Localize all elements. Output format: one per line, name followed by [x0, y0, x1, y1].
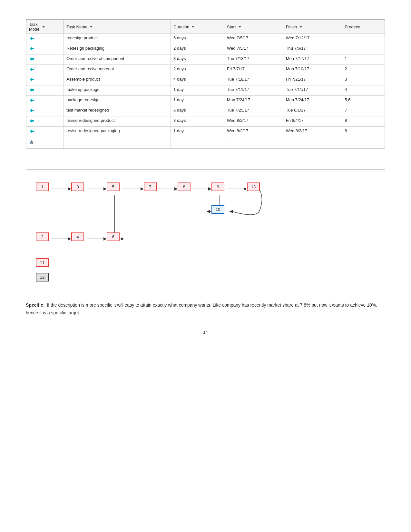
task-table: TaskMode Task Name Duration — [26, 20, 385, 149]
specific-bold-label: Specific — [26, 302, 43, 308]
duration-cell: 6 days — [171, 106, 224, 116]
empty-cell — [283, 137, 342, 149]
finish-cell: Mon 7/10/17 — [283, 65, 342, 75]
task-table-container: TaskMode Task Name Duration — [26, 19, 385, 149]
predece-cell: 7 — [342, 106, 385, 116]
start-cell: Wed 7/5/17 — [224, 44, 283, 54]
start-sort-icon — [239, 26, 241, 28]
text-section: Specific : If the description is more sp… — [26, 301, 385, 317]
predece-cell: 8 — [342, 116, 385, 127]
task-mode-cell — [26, 34, 64, 44]
node-12: 12 — [36, 273, 49, 281]
col-header-duration[interactable]: Duration — [171, 20, 224, 34]
add-task-icon-cell — [26, 137, 64, 149]
task-mode-icon — [29, 128, 35, 135]
col-header-finish[interactable]: Finish — [283, 20, 342, 34]
table-row: revise redesigned packaging1 dayWed 8/2/… — [26, 127, 385, 137]
node-8: 8 — [178, 182, 191, 191]
task-name-cell: Assemble product — [64, 75, 171, 85]
task-mode-cell — [26, 116, 64, 127]
duration-cell: 2 days — [171, 44, 224, 54]
start-cell: Wed 7/5/17 — [224, 34, 283, 44]
svg-marker-10 — [208, 187, 211, 191]
task-mode-icon — [29, 77, 35, 83]
svg-marker-8 — [174, 187, 178, 191]
table-row: make up package1 dayTue 7/11/17Tue 7/11/… — [26, 85, 385, 96]
col-header-predece: Predece — [342, 20, 385, 34]
finish-cell: Mon 7/17/17 — [283, 54, 342, 65]
duration-cell: 3 days — [171, 54, 224, 65]
task-mode-cell — [26, 44, 64, 54]
duration-cell: 6 days — [171, 34, 224, 44]
start-cell: Thu 7/13/17 — [224, 54, 283, 65]
finish-cell: Mon 7/24/17 — [283, 96, 342, 106]
start-cell: Wed 8/2/17 — [224, 116, 283, 127]
predece-cell — [342, 34, 385, 44]
table-row: Order and recive material2 daysFri 7/7/1… — [26, 65, 385, 75]
finish-cell: Wed 7/12/17 — [283, 34, 342, 44]
table-row: Order and recive of component3 daysThu 7… — [26, 54, 385, 65]
duration-cell: 3 days — [171, 116, 224, 127]
node-9: 9 — [211, 182, 224, 191]
node-2: 2 — [36, 232, 49, 241]
network-diagram: 1 3 5 7 8 9 13 10 2 4 6 11 12 — [26, 169, 385, 285]
predece-cell — [342, 44, 385, 54]
predece-label: Predece — [345, 25, 360, 29]
table-row: Redesign packaging2 daysWed 7/5/17Thu 7/… — [26, 44, 385, 54]
table-row: Assemble product4 daysTue 7/18/17Fri 7/2… — [26, 75, 385, 85]
predece-cell: 5,6 — [342, 96, 385, 106]
start-cell: Tue 7/25/17 — [224, 106, 283, 116]
task-mode-icon — [29, 66, 35, 73]
svg-marker-6 — [141, 187, 144, 191]
duration-sort-icon — [192, 26, 194, 28]
task-mode-cell — [26, 96, 64, 106]
specific-paragraph: Specific : If the description is more sp… — [26, 301, 385, 317]
finish-label: Finish — [286, 25, 297, 29]
predece-cell: 3 — [342, 75, 385, 85]
duration-cell: 2 days — [171, 65, 224, 75]
task-mode-icon — [29, 118, 35, 124]
task-mode-label: TaskMode — [29, 22, 40, 32]
start-cell: Tue 7/18/17 — [224, 75, 283, 85]
col-header-task-mode[interactable]: TaskMode — [26, 20, 64, 34]
finish-cell: Thu 7/6/17 — [283, 44, 342, 54]
task-mode-cell — [26, 75, 64, 85]
task-mode-cell — [26, 106, 64, 116]
node-3: 3 — [71, 182, 84, 191]
node-1: 1 — [36, 182, 49, 191]
task-name-cell: package redesign — [64, 96, 171, 106]
svg-marker-12 — [244, 187, 247, 191]
svg-marker-15 — [207, 210, 210, 213]
task-mode-cell — [26, 127, 64, 137]
finish-cell: Fri 8/4/17 — [283, 116, 342, 127]
predece-cell: 4 — [342, 85, 385, 96]
empty-cell — [224, 137, 283, 149]
page-number: 14 — [26, 330, 385, 335]
table-row: redesign product6 daysWed 7/5/17Wed 7/12… — [26, 34, 385, 44]
node-5: 5 — [107, 182, 120, 191]
col-header-task-name[interactable]: Task Name — [64, 20, 171, 34]
finish-cell: Wed 8/2/17 — [283, 127, 342, 137]
task-name-sort-icon — [90, 26, 93, 28]
task-mode-cell — [26, 85, 64, 96]
task-name-cell: redesign product — [64, 34, 171, 44]
duration-cell: 1 day — [171, 85, 224, 96]
start-cell: Mon 7/24/17 — [224, 96, 283, 106]
predece-cell: 2 — [342, 65, 385, 75]
task-mode-icon — [29, 56, 35, 63]
col-header-start[interactable]: Start — [224, 20, 283, 34]
specific-text: : If the description is more specific it… — [26, 302, 377, 315]
task-name-label: Task Name — [66, 25, 87, 29]
table-row-empty — [26, 137, 385, 149]
duration-label: Duration — [173, 25, 189, 29]
empty-cell — [171, 137, 224, 149]
node-13: 13 — [247, 182, 260, 191]
finish-cell: Fri 7/21/17 — [283, 75, 342, 85]
finish-cell: Tue 7/11/17 — [283, 85, 342, 96]
task-name-cell: revise redesigned packaging — [64, 127, 171, 137]
svg-marker-2 — [68, 187, 71, 191]
node-4: 4 — [71, 232, 84, 241]
start-cell: Fri 7/7/17 — [224, 65, 283, 75]
task-mode-icon — [29, 97, 35, 104]
start-cell: Wed 8/2/17 — [224, 127, 283, 137]
